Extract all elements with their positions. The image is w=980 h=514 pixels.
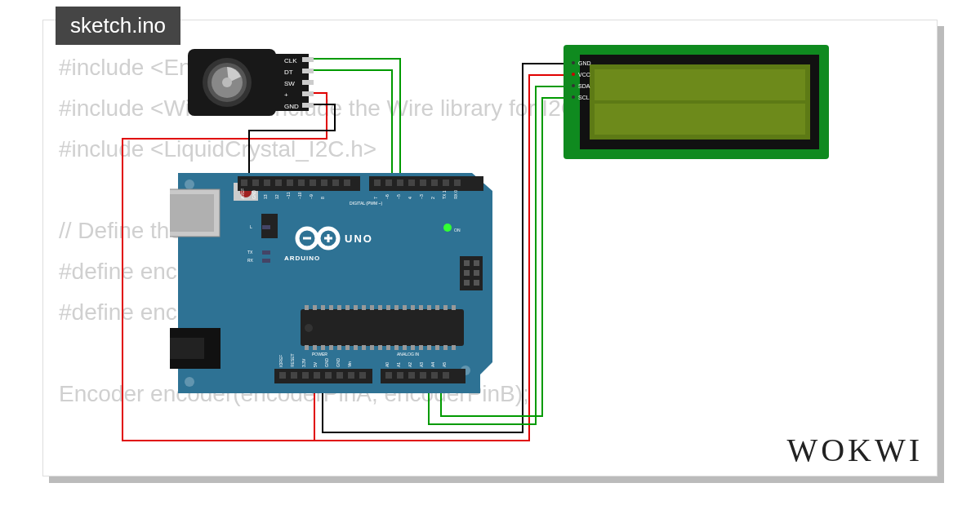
svg-rect-93 — [337, 345, 341, 350]
svg-text:GND: GND — [336, 358, 341, 368]
arduino-uno[interactable]: ON UNO ARDUINO DIGITAL (PWM ~) POWER ANA… — [170, 166, 497, 403]
arduino-led-rx: RX — [247, 258, 254, 263]
lcd-pin-label: SCL — [578, 95, 590, 100]
svg-rect-80 — [386, 305, 390, 310]
arduino-brand-label: ARDUINO — [284, 255, 320, 262]
svg-rect-57 — [302, 372, 309, 379]
lcd-pin-label: GND — [578, 60, 591, 66]
svg-rect-90 — [313, 345, 317, 350]
svg-rect-27 — [170, 338, 204, 359]
svg-rect-86 — [435, 305, 439, 310]
arduino-led-tx: TX — [247, 250, 253, 255]
svg-rect-4 — [302, 80, 314, 85]
svg-point-108 — [305, 324, 313, 332]
svg-rect-3 — [302, 69, 314, 73]
svg-rect-87 — [443, 305, 448, 310]
svg-text:12: 12 — [274, 194, 279, 199]
svg-text:~6: ~6 — [385, 194, 390, 199]
svg-rect-52 — [431, 179, 438, 186]
svg-text:~3: ~3 — [419, 194, 424, 199]
svg-rect-103 — [419, 345, 423, 350]
svg-rect-110 — [464, 260, 470, 266]
svg-rect-101 — [403, 345, 407, 350]
svg-rect-60 — [336, 372, 343, 379]
svg-text:A1: A1 — [396, 362, 401, 367]
svg-rect-69 — [301, 309, 464, 346]
lcd-display[interactable]: GND VCC SDA SCL — [564, 45, 829, 159]
svg-rect-73 — [329, 305, 333, 310]
svg-rect-76 — [354, 305, 358, 310]
svg-text:RESET: RESET — [290, 353, 295, 367]
svg-rect-49 — [397, 179, 403, 186]
svg-rect-50 — [408, 179, 415, 186]
svg-rect-66 — [420, 372, 426, 379]
svg-rect-14 — [595, 69, 805, 100]
svg-text:A4: A4 — [430, 362, 435, 367]
svg-text:GND: GND — [252, 190, 256, 200]
svg-text:TX 1: TX 1 — [442, 190, 447, 199]
arduino-led-l: L — [250, 224, 252, 229]
svg-rect-55 — [279, 372, 286, 379]
svg-rect-113 — [474, 270, 479, 276]
svg-text:RX 0: RX 0 — [453, 190, 458, 199]
svg-text:~9: ~9 — [309, 194, 314, 199]
svg-rect-63 — [385, 372, 392, 379]
svg-rect-46 — [344, 179, 350, 186]
encoder-pin-label: CLK — [284, 57, 297, 64]
svg-rect-71 — [313, 305, 317, 310]
svg-rect-100 — [394, 345, 399, 350]
svg-text:Vin: Vin — [347, 361, 352, 367]
svg-text:5V: 5V — [313, 361, 318, 367]
svg-rect-74 — [337, 305, 341, 310]
svg-rect-2 — [302, 57, 314, 62]
svg-rect-39 — [264, 179, 270, 186]
encoder-pin-label: SW — [284, 80, 295, 87]
svg-text:GND: GND — [324, 358, 329, 368]
arduino-section-analog: ANALOG IN — [397, 352, 420, 357]
svg-rect-94 — [345, 345, 350, 350]
svg-rect-89 — [305, 345, 309, 350]
svg-text:13: 13 — [263, 194, 268, 199]
lcd-pin-label: VCC — [578, 72, 590, 78]
svg-rect-119 — [262, 259, 270, 263]
svg-rect-38 — [252, 179, 259, 186]
svg-rect-115 — [474, 280, 479, 286]
svg-rect-92 — [329, 345, 333, 350]
svg-rect-25 — [170, 194, 214, 232]
code-line: #include <LiquidCrystal_I2C.h> — [59, 136, 376, 162]
arduino-section-digital: DIGITAL (PWM ~) — [350, 201, 382, 206]
svg-rect-83 — [411, 305, 415, 310]
svg-point-19 — [572, 95, 575, 99]
svg-rect-106 — [443, 345, 448, 350]
svg-text:~5: ~5 — [396, 194, 401, 199]
svg-rect-59 — [325, 372, 332, 379]
svg-rect-56 — [291, 372, 297, 379]
svg-rect-37 — [241, 179, 247, 186]
svg-rect-102 — [411, 345, 415, 350]
svg-text:3.3V: 3.3V — [301, 358, 306, 367]
svg-rect-82 — [403, 305, 407, 310]
svg-rect-45 — [332, 179, 339, 186]
file-tab[interactable]: sketch.ino — [56, 7, 180, 45]
svg-rect-41 — [287, 179, 293, 186]
svg-rect-107 — [452, 345, 456, 350]
svg-point-120 — [443, 224, 452, 232]
svg-rect-117 — [262, 225, 270, 229]
svg-rect-96 — [362, 345, 366, 350]
svg-rect-47 — [374, 179, 381, 186]
svg-text:A5: A5 — [442, 362, 447, 367]
svg-rect-40 — [275, 179, 282, 186]
svg-rect-43 — [310, 179, 316, 186]
svg-rect-5 — [302, 91, 314, 96]
svg-point-16 — [572, 61, 575, 64]
svg-rect-111 — [474, 260, 479, 266]
svg-rect-114 — [464, 280, 470, 286]
svg-rect-65 — [408, 372, 415, 379]
svg-rect-48 — [385, 179, 392, 186]
rotary-encoder[interactable]: CLK DT SW + GND — [188, 49, 318, 122]
svg-rect-81 — [394, 305, 399, 310]
svg-point-20 — [185, 179, 194, 189]
svg-rect-91 — [321, 345, 325, 350]
arduino-model-label: UNO — [345, 233, 373, 245]
svg-rect-112 — [464, 270, 470, 276]
